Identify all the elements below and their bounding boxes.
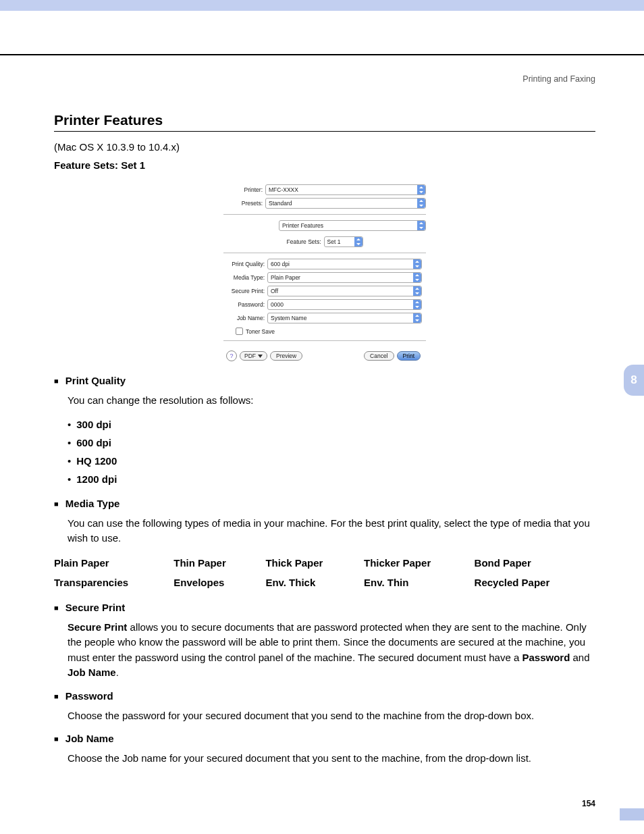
print-button[interactable]: Print: [397, 351, 421, 361]
media-cell: Bond Paper: [475, 553, 595, 573]
header-color-bar: [0, 0, 644, 11]
pq-item: 1200 dpi: [68, 470, 595, 488]
dlg-mt-label: Media Type:: [227, 274, 267, 281]
pq-item: HQ 1200: [68, 452, 595, 470]
media-type-grid: Plain Paper Thin Paper Thick Paper Thick…: [54, 553, 595, 592]
title-rule: [54, 131, 595, 132]
dlg-pq-select[interactable]: 600 dpi: [267, 259, 422, 269]
sp-body: Secure Print allows you to secure docume…: [68, 620, 595, 681]
media-cell: Thick Paper: [265, 553, 364, 573]
footer-color-bar: [620, 808, 644, 820]
dlg-pw-select[interactable]: 0000: [267, 299, 422, 310]
dlg-mt-select[interactable]: Plain Paper: [267, 272, 422, 283]
dlg-printer-select[interactable]: MFC-XXXX: [265, 184, 426, 195]
dlg-pq-label: Print Quality:: [227, 261, 267, 267]
dlg-sp-label: Secure Print:: [227, 288, 267, 294]
dlg-presets-label: Presets:: [223, 200, 265, 207]
pq-item: 300 dpi: [68, 415, 595, 434]
dlg-featuresets-select[interactable]: Set 1: [324, 236, 363, 247]
chevron-updown-icon: [413, 313, 421, 323]
media-cell: Envelopes: [173, 573, 265, 592]
dlg-tonersave-check[interactable]: Toner Save: [227, 325, 422, 336]
cancel-button[interactable]: Cancel: [364, 351, 394, 361]
media-cell: Thicker Paper: [364, 553, 475, 573]
help-icon[interactable]: ?: [226, 350, 237, 361]
pw-body: Choose the password for your secured doc…: [68, 708, 595, 724]
dlg-sp-select[interactable]: Off: [267, 286, 422, 296]
dlg-featuresets-label: Feature Sets:: [286, 238, 323, 245]
header-rule: [0, 39, 644, 55]
pdf-menu-button[interactable]: PDF: [240, 351, 267, 361]
chevron-updown-icon: [413, 273, 421, 282]
dlg-jn-select[interactable]: System Name: [267, 313, 422, 323]
mt-body: You can use the following types of media…: [68, 516, 595, 546]
dlg-presets-value: Standard: [269, 200, 292, 207]
chevron-updown-icon: [417, 221, 425, 230]
dlg-featuresets-value: Set 1: [327, 238, 341, 245]
preview-button[interactable]: Preview: [270, 351, 302, 361]
checkbox-icon: [236, 328, 243, 335]
dlg-presets-select[interactable]: Standard: [265, 198, 426, 209]
os-caption: (Mac OS X 10.3.9 to 10.4.x): [54, 141, 595, 153]
dlg-pw-label: Password:: [227, 301, 267, 308]
chevron-updown-icon: [417, 199, 425, 208]
page-number: 154: [582, 799, 595, 808]
chapter-tab: 8: [624, 365, 644, 396]
pq-body: You can change the resolution as follows…: [68, 393, 595, 409]
media-cell: Env. Thin: [364, 573, 475, 592]
chevron-updown-icon: [413, 259, 421, 269]
dlg-pane-value: Printer Features: [282, 222, 323, 229]
media-cell: Thin Paper: [173, 553, 265, 573]
media-cell: Env. Thick: [265, 573, 364, 592]
media-cell: Recycled Paper: [475, 573, 595, 592]
section-media-type: Media Type You can use the following typ…: [54, 498, 595, 592]
pq-item: 600 dpi: [68, 434, 595, 452]
chevron-updown-icon: [354, 237, 363, 246]
section-password: Password Choose the password for your se…: [54, 690, 595, 724]
section-secure-print: Secure Print Secure Print allows you to …: [54, 602, 595, 681]
media-cell: Plain Paper: [54, 553, 173, 573]
dlg-printer-value: MFC-XXXX: [269, 186, 298, 193]
media-cell: Transparencies: [54, 573, 173, 592]
print-dialog: Printer: MFC-XXXX Presets: Standard Prin…: [223, 183, 426, 361]
feature-set-label: Feature Sets: Set 1: [54, 159, 595, 171]
dlg-pane-select[interactable]: Printer Features: [279, 220, 426, 231]
jn-body: Choose the Job name for your secured doc…: [68, 751, 595, 766]
dlg-printer-label: Printer:: [223, 186, 265, 193]
section-job-name: Job Name Choose the Job name for your se…: [54, 733, 595, 766]
chapter-number: 8: [624, 365, 644, 396]
page-title: Printer Features: [54, 112, 595, 128]
section-print-quality: Print Quality You can change the resolut…: [54, 375, 595, 488]
chevron-updown-icon: [413, 286, 421, 296]
dlg-jn-label: Job Name:: [227, 315, 267, 321]
chevron-updown-icon: [413, 300, 421, 309]
chevron-updown-icon: [417, 185, 425, 194]
